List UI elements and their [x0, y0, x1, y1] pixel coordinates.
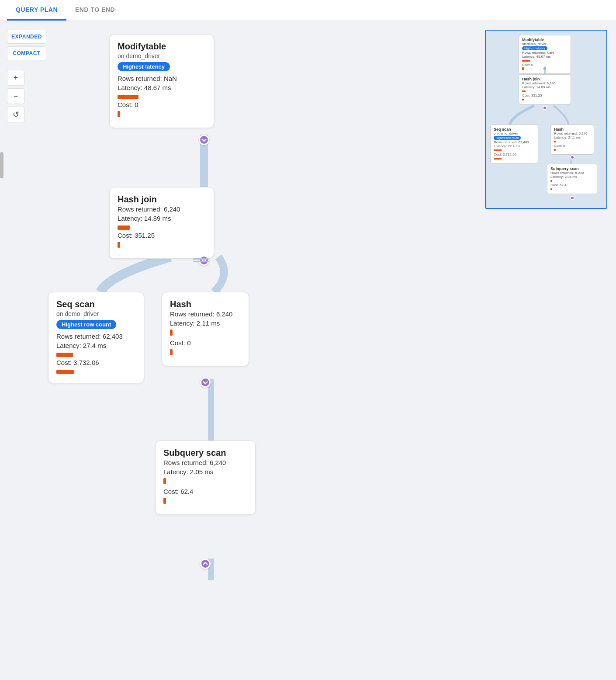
modifytable-cost-bar [118, 111, 120, 117]
seq-scan-latency-bar [56, 351, 136, 355]
hash-latency-bar [170, 330, 173, 336]
mm-dot-1 [543, 66, 547, 71]
hash-cost-bar [170, 349, 173, 355]
tab-end-to-end[interactable]: END TO END [66, 0, 124, 21]
zoom-in-button[interactable]: + [7, 70, 24, 86]
minimap[interactable]: Modifytable on demo_driver Highest laten… [485, 30, 607, 209]
mm-dot-4 [570, 196, 574, 200]
hash-cost: Cost: 0 [170, 339, 241, 347]
subquery-cost-bar [163, 498, 166, 504]
scroll-handle[interactable] [0, 152, 3, 178]
hash-join-rows: Rows returned: 6,240 [118, 205, 206, 213]
seq-scan-cost-bar [56, 368, 136, 372]
tab-query-plan[interactable]: QUERY PLAN [7, 0, 66, 21]
modifytable-node: Modifytable on demo_driver Highest laten… [109, 34, 214, 128]
modifytable-badge: Highest latency [118, 62, 170, 71]
modifytable-latency-bar [118, 93, 206, 97]
hash-latency: Latency: 2.11 ms [170, 319, 241, 327]
expanded-button[interactable]: EXPANDED [7, 30, 46, 44]
hash-rows: Rows returned: 6,240 [170, 310, 241, 318]
mm-seq-scan: Seq scan on demo_driver Highest row coun… [490, 125, 538, 163]
seq-scan-latency: Latency: 27.4 ms [56, 342, 136, 349]
connector-dot-3 [200, 377, 211, 388]
modifytable-rows: Rows returned: NaN [118, 75, 206, 82]
seq-scan-rows: Rows returned: 62,403 [56, 333, 136, 340]
zoom-out-button[interactable]: − [7, 88, 24, 104]
main-canvas: EXPANDED COMPACT + − ↺ Modifytable on de… [0, 21, 616, 677]
subquery-rows: Rows returned: 6,240 [163, 459, 247, 466]
hash-join-title: Hash join [118, 194, 206, 205]
seq-scan-badge: Highest row count [56, 320, 116, 329]
subquery-latency: Latency: 2.05 ms [163, 468, 247, 475]
subquery-scan-node: Subquery scan Rows returned: 6,240 Laten… [155, 441, 256, 515]
hash-join-latency-bar [118, 224, 206, 228]
seq-scan-cost: Cost: 3,732.06 [56, 359, 136, 366]
modifytable-title: Modifytable [118, 42, 206, 52]
seq-scan-title: Seq scan [56, 299, 136, 309]
hash-join-node: Hash join Rows returned: 6,240 Latency: … [109, 187, 214, 259]
subquery-title: Subquery scan [163, 448, 247, 458]
subquery-latency-bar [163, 478, 166, 484]
reset-button[interactable]: ↺ [7, 107, 24, 122]
controls-panel: EXPANDED COMPACT + − ↺ [7, 30, 46, 122]
hash-join-cost: Cost: 351.25 [118, 232, 206, 239]
hash-join-latency: Latency: 14.89 ms [118, 215, 206, 222]
mm-hash-join: Hash join Rows returned: 6,240 Latency: … [519, 74, 571, 104]
compact-button[interactable]: COMPACT [7, 46, 46, 60]
mm-dot-2 [543, 106, 547, 110]
seq-scan-node: Seq scan on demo_driver Highest row coun… [48, 292, 144, 383]
mm-dot-3 [570, 155, 574, 160]
connector-dot-1 [199, 135, 209, 145]
hash-join-cost-bar [118, 242, 120, 248]
mm-hash: Hash Rows returned: 6,240 Latency: 2.11 … [550, 125, 594, 155]
subquery-cost: Cost: 62.4 [163, 488, 247, 495]
modifytable-subtitle: on demo_driver [118, 52, 206, 59]
equals-decoration [193, 258, 209, 262]
seq-scan-subtitle: on demo_driver [56, 310, 136, 317]
mm-subquery: Subquery scan Rows returned: 6,240 Laten… [547, 164, 597, 194]
hash-title: Hash [170, 299, 241, 309]
modifytable-latency: Latency: 48.67 ms [118, 84, 206, 91]
modifytable-cost: Cost: 0 [118, 101, 206, 108]
connector-dot-bottom [200, 559, 211, 569]
tab-bar: QUERY PLAN END TO END [0, 0, 616, 21]
hash-node: Hash Rows returned: 6,240 Latency: 2.11 … [162, 292, 249, 366]
